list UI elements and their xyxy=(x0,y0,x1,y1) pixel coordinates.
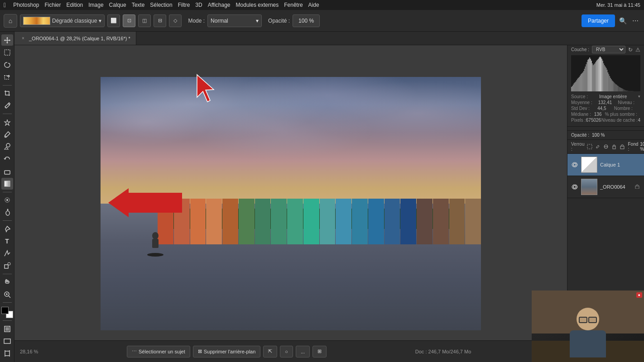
svg-rect-95 xyxy=(618,86,619,91)
webcam-panel: ● xyxy=(532,291,644,362)
tab-close-icon[interactable]: × xyxy=(20,35,26,42)
apple-icon[interactable]:  xyxy=(4,1,6,9)
remove-bg-label: Supprimer l'arrière-plan xyxy=(204,349,256,354)
svg-rect-22 xyxy=(5,351,10,356)
svg-rect-6 xyxy=(5,171,10,174)
menu-3d[interactable]: 3D xyxy=(195,2,202,8)
zoom-info: 28,16 % xyxy=(20,349,38,354)
svg-point-14 xyxy=(8,262,10,265)
grid-btn[interactable]: ⊞ xyxy=(312,346,327,357)
menu-selection[interactable]: Sélection xyxy=(150,2,172,8)
zoom-tool[interactable] xyxy=(1,289,13,300)
svg-rect-2 xyxy=(5,50,10,55)
layer-visibility-calque1[interactable] xyxy=(571,161,578,168)
separator-5 xyxy=(3,274,12,274)
fond-value[interactable]: 100 % xyxy=(640,142,644,152)
object-select-tool[interactable] xyxy=(1,71,13,83)
layer-visibility-oro0064[interactable] xyxy=(571,183,578,191)
menu-fichier[interactable]: Fichier xyxy=(45,2,61,8)
lock-all-icon[interactable] xyxy=(620,143,625,150)
search-icon[interactable]: 🔍 xyxy=(618,16,628,26)
eyedropper-tool[interactable] xyxy=(1,100,13,111)
lock-transparent-icon[interactable] xyxy=(587,143,592,150)
circle-btn[interactable]: ○ xyxy=(280,346,293,357)
svg-rect-86 xyxy=(610,78,611,91)
dodge-tool[interactable] xyxy=(1,207,13,218)
gradient-radial-btn[interactable]: ⊡ xyxy=(123,14,135,27)
artboard-tool[interactable] xyxy=(1,348,13,359)
marquee-tool[interactable] xyxy=(1,47,13,58)
menu-calque[interactable]: Calque xyxy=(109,2,126,8)
svg-rect-58 xyxy=(586,64,587,91)
opacity-bar: Opacité : 100 % xyxy=(567,131,644,140)
menu-fenetre[interactable]: Fenêtre xyxy=(284,2,303,8)
lock-artboard-icon[interactable] xyxy=(603,143,609,150)
menu-affichage[interactable]: Affichage xyxy=(208,2,231,8)
opacity-value[interactable]: 100 % xyxy=(293,14,320,27)
clone-stamp-tool[interactable] xyxy=(1,141,13,152)
svg-rect-13 xyxy=(5,265,8,268)
svg-point-126 xyxy=(573,163,576,166)
gradient-selector[interactable]: Dégradé classique ▾ xyxy=(20,14,105,27)
shape-tool[interactable] xyxy=(1,260,13,272)
select-subject-button[interactable]: ⋯ Sélectionner un sujet xyxy=(127,346,190,357)
share-button[interactable]: Partager xyxy=(582,14,615,27)
histogram-refresh-icon[interactable]: ↻ xyxy=(628,47,633,53)
lock-draw-icon[interactable] xyxy=(595,143,601,150)
foreground-color-swatch[interactable] xyxy=(1,307,9,314)
svg-rect-119 xyxy=(639,91,639,91)
layer-item-oro0064[interactable]: _ORO0064 xyxy=(567,176,644,198)
moyenne-label: Moyenne : xyxy=(571,100,592,105)
menu-image[interactable]: Image xyxy=(88,2,103,8)
hand-tool[interactable] xyxy=(1,276,13,288)
menu-photoshop[interactable]: Photoshop xyxy=(13,2,39,8)
couche-select[interactable]: RVB Rouge Vert Bleu xyxy=(592,46,625,53)
canvas-container[interactable] xyxy=(101,77,481,330)
more-btn[interactable]: ... xyxy=(296,346,310,357)
gradient-angle-btn[interactable]: ◫ xyxy=(138,14,151,27)
menu-texte[interactable]: Texte xyxy=(132,2,145,8)
settings-icon[interactable]: ⋯ xyxy=(630,16,640,26)
pen-tool[interactable] xyxy=(1,223,13,234)
svg-rect-114 xyxy=(634,91,635,91)
house-10 xyxy=(303,199,319,244)
lasso-tool[interactable] xyxy=(1,59,13,70)
text-tool[interactable]: T xyxy=(1,235,13,247)
path-select-tool[interactable] xyxy=(1,248,13,259)
gradient-fill-tool[interactable] xyxy=(1,178,13,189)
house-16 xyxy=(400,199,416,244)
move-tool[interactable] xyxy=(1,34,13,46)
canvas-image[interactable] xyxy=(101,77,481,330)
layer-thumb-calque1 xyxy=(581,157,597,173)
document-tab[interactable]: × _ORO0064-1 @ 28,2% (Calque 1, RVB/16*)… xyxy=(14,32,136,45)
source-dropdown[interactable]: ▾ xyxy=(638,94,640,99)
svg-rect-51 xyxy=(580,76,581,91)
quick-mask-tool[interactable] xyxy=(1,323,13,334)
remove-background-button[interactable]: ⊠ Supprimer l'arrière-plan xyxy=(193,346,261,357)
svg-rect-124 xyxy=(613,146,615,149)
transform-icon-btn[interactable]: ⇱ xyxy=(263,346,277,357)
blur-tool[interactable] xyxy=(1,195,13,206)
screen-mode-tool[interactable] xyxy=(1,336,13,347)
lock-position-icon[interactable] xyxy=(611,143,617,150)
menu-aide[interactable]: Aide xyxy=(308,2,319,8)
home-button[interactable]: ⌂ xyxy=(4,14,17,28)
crop-tool[interactable] xyxy=(1,88,13,99)
opacite-value[interactable]: 100 % xyxy=(592,133,605,138)
heal-tool[interactable] xyxy=(1,116,13,128)
eraser-tool[interactable] xyxy=(1,166,13,177)
layer-thumb-oro0064 xyxy=(581,179,597,195)
gradient-reflected-btn[interactable]: ⊟ xyxy=(154,14,166,27)
brush-tool[interactable] xyxy=(1,129,13,140)
svg-rect-112 xyxy=(633,91,634,91)
layer-item-calque1[interactable]: Calque 1 xyxy=(567,154,644,176)
gradient-linear-btn[interactable]: ⬜ xyxy=(107,14,120,27)
mode-select[interactable]: Normal ▾ xyxy=(207,14,262,27)
gradient-diamond-btn[interactable]: ◇ xyxy=(169,14,182,27)
svg-rect-76 xyxy=(601,59,602,91)
color-swatches[interactable] xyxy=(1,307,13,318)
history-brush-tool[interactable] xyxy=(1,153,13,165)
menu-modules[interactable]: Modules externes xyxy=(236,2,279,8)
menu-filtre[interactable]: Filtre xyxy=(178,2,190,8)
menu-edition[interactable]: Edition xyxy=(67,2,83,8)
